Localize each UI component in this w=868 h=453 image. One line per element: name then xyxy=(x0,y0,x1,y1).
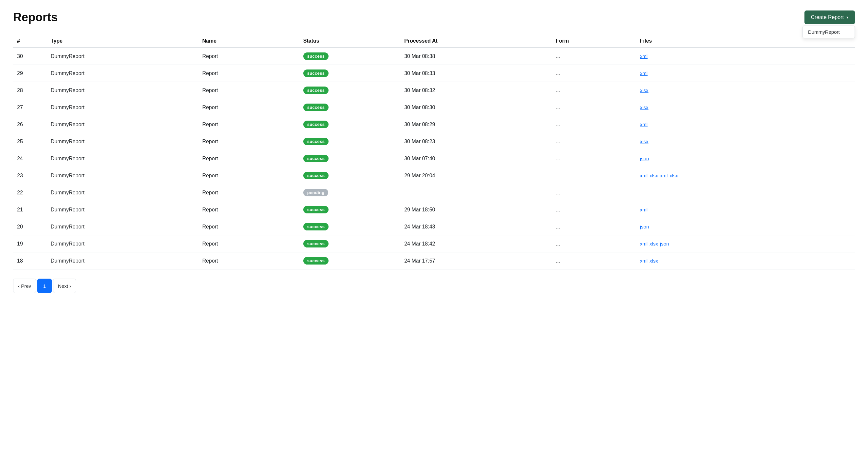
cell-type: DummyReport xyxy=(47,235,198,252)
col-header-type: Type xyxy=(47,35,198,48)
cell-form: ... xyxy=(552,116,636,133)
table-row: 23DummyReportReportsuccess29 Mar 20:04..… xyxy=(13,167,855,184)
cell-processed-at: 30 Mar 08:23 xyxy=(400,133,552,150)
file-link-xlsx[interactable]: xlsx xyxy=(640,87,649,93)
table-row: 29DummyReportReportsuccess30 Mar 08:33..… xyxy=(13,65,855,82)
cell-processed-at: 30 Mar 08:29 xyxy=(400,116,552,133)
cell-num: 24 xyxy=(13,150,47,167)
next-page-button[interactable]: Next › xyxy=(53,279,76,293)
status-badge: pending xyxy=(303,189,329,196)
cell-type: DummyReport xyxy=(47,99,198,116)
cell-name: Report xyxy=(198,99,299,116)
cell-form: ... xyxy=(552,218,636,235)
cell-type: DummyReport xyxy=(47,65,198,82)
table-body: 30DummyReportReportsuccess30 Mar 08:38..… xyxy=(13,48,855,270)
col-header-processed-at: Processed At xyxy=(400,35,552,48)
cell-files: xlsx xyxy=(636,82,855,99)
cell-type: DummyReport xyxy=(47,218,198,235)
cell-processed-at: 24 Mar 18:42 xyxy=(400,235,552,252)
file-link-xlsx[interactable]: xlsx xyxy=(650,173,658,178)
cell-name: Report xyxy=(198,235,299,252)
cell-form: ... xyxy=(552,133,636,150)
cell-name: Report xyxy=(198,65,299,82)
file-link-xlsx[interactable]: xlsx xyxy=(650,258,658,263)
cell-num: 29 xyxy=(13,65,47,82)
cell-num: 21 xyxy=(13,201,47,218)
status-badge: success xyxy=(303,52,329,60)
status-badge: success xyxy=(303,223,329,230)
file-link-xlsx[interactable]: xlsx xyxy=(640,139,649,144)
page-1-button[interactable]: 1 xyxy=(37,279,52,293)
file-link-xml[interactable]: xml xyxy=(640,241,648,247)
file-link-xml[interactable]: xml xyxy=(640,258,648,263)
cell-processed-at: 30 Mar 08:30 xyxy=(400,99,552,116)
cell-num: 25 xyxy=(13,133,47,150)
table-row: 18DummyReportReportsuccess24 Mar 17:57..… xyxy=(13,252,855,270)
file-link-xml[interactable]: xml xyxy=(640,70,648,76)
cell-files: xml xyxy=(636,65,855,82)
status-badge: success xyxy=(303,206,329,214)
file-link-json[interactable]: json xyxy=(640,224,649,229)
file-link-json[interactable]: json xyxy=(640,156,649,161)
cell-num: 26 xyxy=(13,116,47,133)
cell-processed-at: 24 Mar 17:57 xyxy=(400,252,552,270)
cell-num: 22 xyxy=(13,184,47,201)
status-badge: success xyxy=(303,138,329,145)
cell-num: 28 xyxy=(13,82,47,99)
cell-name: Report xyxy=(198,82,299,99)
cell-processed-at: 30 Mar 08:38 xyxy=(400,48,552,65)
cell-files: xml xyxy=(636,116,855,133)
file-link-xml[interactable]: xml xyxy=(640,122,648,127)
cell-files: xlsx xyxy=(636,99,855,116)
table-row: 25DummyReportReportsuccess30 Mar 08:23..… xyxy=(13,133,855,150)
cell-num: 20 xyxy=(13,218,47,235)
cell-status: success xyxy=(299,150,400,167)
file-link-xlsx[interactable]: xlsx xyxy=(640,105,649,110)
col-header-num: # xyxy=(13,35,47,48)
prev-page-button[interactable]: ‹ Prev xyxy=(13,279,36,293)
pagination: ‹ Prev 1 Next › xyxy=(13,279,855,293)
file-link-json[interactable]: json xyxy=(660,241,669,247)
cell-type: DummyReport xyxy=(47,116,198,133)
status-badge: success xyxy=(303,257,329,264)
cell-status: pending xyxy=(299,184,400,201)
file-link-xml[interactable]: xml xyxy=(640,207,648,213)
cell-status: success xyxy=(299,218,400,235)
cell-type: DummyReport xyxy=(47,201,198,218)
reports-table: # Type Name Status Processed At Form Fil… xyxy=(13,35,855,270)
file-link-xlsx[interactable]: xlsx xyxy=(650,241,658,247)
dropdown-item-dummyreport[interactable]: DummyReport xyxy=(803,26,855,38)
cell-status: success xyxy=(299,167,400,184)
cell-name: Report xyxy=(198,218,299,235)
cell-status: success xyxy=(299,201,400,218)
cell-status: success xyxy=(299,235,400,252)
cell-processed-at xyxy=(400,184,552,201)
cell-num: 23 xyxy=(13,167,47,184)
create-report-dropdown: DummyReport xyxy=(803,26,855,38)
col-header-name: Name xyxy=(198,35,299,48)
file-link-xml[interactable]: xml xyxy=(640,173,648,178)
cell-num: 27 xyxy=(13,99,47,116)
cell-num: 30 xyxy=(13,48,47,65)
cell-type: DummyReport xyxy=(47,150,198,167)
status-badge: success xyxy=(303,172,329,179)
create-report-label: Create Report xyxy=(811,15,844,20)
cell-form: ... xyxy=(552,252,636,270)
page-title: Reports xyxy=(13,10,58,24)
cell-type: DummyReport xyxy=(47,167,198,184)
file-link-xml[interactable]: xml xyxy=(640,53,648,59)
create-report-button[interactable]: Create Report ▾ xyxy=(804,10,855,24)
cell-processed-at: 30 Mar 08:33 xyxy=(400,65,552,82)
cell-type: DummyReport xyxy=(47,252,198,270)
cell-num: 18 xyxy=(13,252,47,270)
cell-form: ... xyxy=(552,167,636,184)
cell-name: Report xyxy=(198,116,299,133)
table-row: 21DummyReportReportsuccess29 Mar 18:50..… xyxy=(13,201,855,218)
file-link-xml[interactable]: xml xyxy=(660,173,668,178)
cell-type: DummyReport xyxy=(47,48,198,65)
status-badge: success xyxy=(303,240,329,248)
file-link-xlsx[interactable]: xlsx xyxy=(670,173,678,178)
table-row: 24DummyReportReportsuccess30 Mar 07:40..… xyxy=(13,150,855,167)
status-badge: success xyxy=(303,87,329,94)
table-row: 22DummyReportReportpending... xyxy=(13,184,855,201)
